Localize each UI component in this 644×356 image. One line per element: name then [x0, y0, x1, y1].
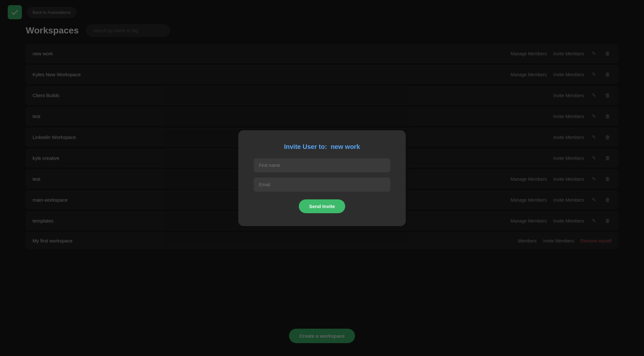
email-input[interactable]: [254, 178, 390, 192]
modal-overlay[interactable]: Invite User to: new work Send Invite: [0, 0, 644, 356]
first-name-input[interactable]: [254, 158, 390, 172]
send-invite-button[interactable]: Send Invite: [299, 199, 345, 213]
invite-modal: Invite User to: new work Send Invite: [238, 130, 406, 226]
modal-title: Invite User to: new work: [254, 143, 390, 151]
modal-workspace-name: new work: [331, 143, 360, 150]
